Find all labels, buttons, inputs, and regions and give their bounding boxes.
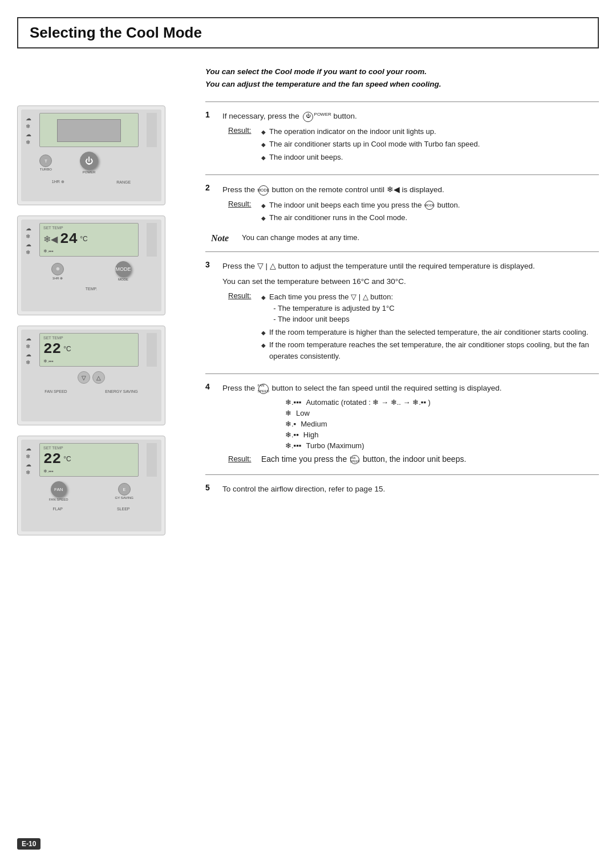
power-btn[interactable]: ⏻ [80,152,98,170]
fan-high-row: ❄.▪▪ High [285,431,599,439]
step-2: 2 Press the MODE button on the remote co… [205,183,599,228]
step-4-result: Result: Each time you press the FAN SPEE… [228,454,599,464]
1hr-btn-group-2: ⊕ 1HR ⊕ [51,263,64,280]
remote-card-1: ☁ ❄ ☁ ❄ [17,105,165,205]
energy-label-3: ENERGY SAVING [105,389,137,393]
result-content-2: ◆ The indoor unit beeps each time you pr… [261,200,599,225]
diamond-icon: ◆ [261,153,266,163]
diamond-icon: ◆ [261,341,266,362]
mode-btn-group: MODE MODE [115,261,131,281]
flap-label: FLAP [52,507,63,511]
remote-card-4: ☁ ❄ ☁ ❄ SET TEMP 22 °C [17,436,165,535]
step-4: 4 Press the FAN SPEED button to select t… [205,382,599,466]
bullet-2-2: ◆ The air conditioner runs in the Cool m… [261,212,599,224]
energy-btn[interactable]: E [118,483,131,496]
turbo-btn-group: T TURBO [39,155,52,171]
turbo-btn[interactable]: T [39,155,52,167]
mode-btn[interactable]: MODE [115,261,131,277]
diamond-icon: ◆ [261,201,266,211]
display-dots-2: ❄.▪▪▪ [43,249,135,254]
diamond-icon: ◆ [261,140,266,150]
divider-4 [205,373,599,374]
bullet-3-1: ◆ Each time you press the ▽ | △ button: … [261,291,599,325]
temp-up-btn[interactable]: △ [92,371,105,384]
temp-arrows: ▽ △ [78,371,105,384]
note-row: Note You can change modes at any time. [211,233,599,243]
remote-inner-3: ☁ ❄ ☁ ❄ SET TEMP 22 °C [21,330,161,421]
range-label: RANGE [116,180,131,184]
fan-auto-icon: ❄.▪▪▪ [285,398,301,407]
display-dots-4: ❄.▪▪▪ [43,469,135,474]
remote-buttons-row-4: FAN FAN SPEED E GY SAVING [21,478,161,505]
remote-buttons-row-1: T TURBO ⏻ POWER [21,148,161,177]
remote-top-row-4: ☁ ❄ ☁ ❄ SET TEMP 22 °C [21,440,161,478]
step-4-title: Press the FAN SPEED button to select the… [222,382,599,395]
step-3: 3 Press the ▽ | △ button to adjust the t… [205,260,599,365]
note-text: You can change modes at any time. [242,233,359,242]
turbo-label: TURBO [40,168,52,171]
gy-saving-label: GY SAVING [115,496,133,499]
bullet-1-3: ◆ The indoor unit beeps. [261,152,599,163]
step-2-content: Press the MODE button on the remote cont… [222,183,599,228]
fan-auto-label: Automatic (rotated : ❄ → ❄.. → ❄.▪▪ ) [306,398,431,407]
divider-3 [205,251,599,252]
note-label: Note [211,233,234,243]
step-2-title: Press the MODE button on the remote cont… [222,183,599,196]
power-label: POWER [83,170,96,174]
step-2-num: 2 [205,183,216,228]
divider-2 [205,174,599,175]
remote-buttons-row-3: ▽ △ [21,368,161,387]
power-icon-inline: ⏻ [303,112,313,122]
bullet-3-2: ◆ If the room temperature is higher than… [261,327,599,338]
fan-med-row: ❄.▪ Medium [285,420,599,428]
step-1-content: If necessary, press the ⏻POWER button. R… [222,110,599,166]
remote-buttons-row-2: ⊕ 1HR ⊕ MODE MODE [21,258,161,285]
bullet-3-3: ◆ If the room temperature reaches the se… [261,339,599,362]
mode-label: MODE [118,278,128,281]
mode-icon-inline: MODE [258,185,269,196]
result-content-1: ◆ The operation indicator on the indoor … [261,126,599,165]
step-3-content: Press the ▽ | △ button to adjust the tem… [222,260,599,365]
step-2-result: Result: ◆ The indoor unit beeps each tim… [228,200,599,225]
fan-turbo-label: Turbo (Maximum) [306,441,364,450]
remote-bottom-row-1: 1HR ⊕ RANGE [21,177,161,186]
diamond-icon: ◆ [261,328,266,338]
content-area: ☁ ❄ ☁ ❄ [0,48,616,832]
1hr-btn-2[interactable]: ⊕ [51,263,64,275]
mode-icon-small: MODE [425,201,434,210]
fan-speed-label-3: FAN SPEED [44,389,67,393]
diamond-icon: ◆ [261,214,266,224]
remote-top-row-2: ☁ ❄ ☁ ❄ SET TEMP ❄◀ 24 °C [21,220,161,258]
page: Selecting the Cool Mode ☁ ❄ ☁ ❄ [0,0,616,861]
page-title: Selecting the Cool Mode [30,24,202,42]
remote-bottom-row-3: FAN SPEED ENERGY SAVING [21,387,161,396]
fan-speed-btn-group: FAN FAN SPEED [49,481,68,501]
remote-inner-4: ☁ ❄ ☁ ❄ SET TEMP 22 °C [21,440,161,531]
remote-top-row-3: ☁ ❄ ☁ ❄ SET TEMP 22 °C [21,330,161,368]
fan-speed-btn[interactable]: FAN [51,481,67,497]
step-5: 5 To control the airflow direction, refe… [205,483,599,499]
bullet-2-1: ◆ The indoor unit beeps each time you pr… [261,200,599,211]
divider-5 [205,474,599,475]
fan-med-label: Medium [301,420,327,428]
remote-card-3: ☁ ❄ ☁ ❄ SET TEMP 22 °C [17,326,165,425]
fan-low-label: Low [296,409,310,417]
1hr-label: 1HR ⊕ [52,180,64,184]
fan-speed-icon-small: FAN SPEED [350,455,359,464]
divider-1 [205,101,599,102]
right-panel: You can select the Cool mode if you want… [188,60,599,821]
remote-bottom-row-4: FLAP SLEEP [21,505,161,513]
title-bar: Selecting the Cool Mode [17,17,599,48]
remote-inner-2: ☁ ❄ ☁ ❄ SET TEMP ❄◀ 24 °C [21,220,161,311]
step-3-num: 3 [205,260,216,365]
temp-bottom-label-2: TEMP. [86,287,98,291]
step-5-content: To control the airflow direction, refer … [222,483,599,499]
fan-speed-options: ❄.▪▪▪ Automatic (rotated : ❄ → ❄.. → ❄.▪… [251,398,599,450]
fan-speed-label-4: FAN SPEED [49,498,68,501]
display-dots-3: ❄.▪▪▪ [43,359,135,364]
fan-med-icon: ❄.▪ [285,420,296,428]
temp-down-btn[interactable]: ▽ [78,371,90,384]
result-label-2: Result: [228,200,257,225]
fan-high-icon: ❄.▪▪ [285,431,299,439]
1hr-label-2: 1HR ⊕ [52,276,63,280]
